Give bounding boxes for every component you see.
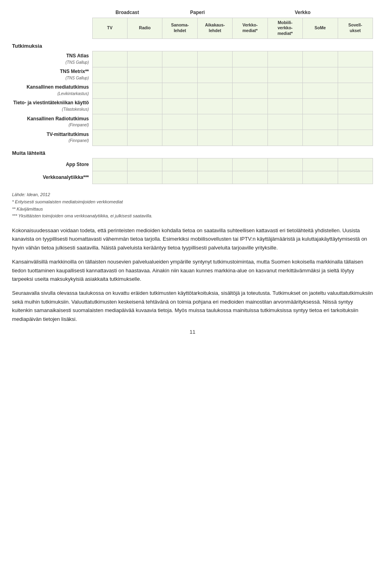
row-label-tns-metrix: TNS Metrix** (TNS Gallup)	[12, 67, 92, 83]
cell-some	[303, 114, 338, 130]
col-verkko: Verkko-mediat*	[233, 18, 267, 39]
cell-sovellukset	[338, 98, 373, 114]
cell-sanoma	[162, 98, 197, 114]
cell-radio	[127, 114, 162, 130]
column-label-row: TV Radio Sanoma-lehdet Aikakaus-lehdet V…	[12, 18, 373, 39]
cell-tv	[92, 67, 127, 83]
row-main-label: TNS Atlas	[66, 53, 89, 59]
table-row: TNS Atlas (TNS Gallup)	[12, 51, 373, 67]
row-main-label: Tieto- ja viestintätekniikan käyttö	[13, 100, 89, 105]
cell-aikakaus	[197, 171, 232, 184]
cell-mobiili	[267, 158, 302, 171]
cell-aikakaus	[197, 130, 232, 146]
cell-radio	[127, 130, 162, 146]
paperi-header: Paperi	[162, 8, 233, 18]
cell-some	[303, 98, 338, 114]
cell-mobiili	[267, 114, 302, 130]
row-label-radio: Kansallinen Radiotutkimus (Finnpanel)	[12, 114, 92, 130]
row-main-label: TV-mittaritutkimus	[47, 132, 89, 137]
body-text-block: Kokonaisuudessaan voidaan todeta, että p…	[12, 226, 373, 323]
col-mobiili: Mobiili-verkko-mediat*	[267, 18, 302, 39]
empty-corner	[12, 8, 92, 18]
table-row: TNS Metrix** (TNS Gallup)	[12, 67, 373, 83]
row-label-appstore: App Store	[12, 158, 92, 171]
col-radio: Radio	[127, 18, 162, 39]
row-sub-label: (Finnpanel)	[69, 123, 89, 127]
page-number: 11	[12, 329, 373, 335]
section2-label: Muita lähteitä	[12, 146, 373, 158]
row-main-label: App Store	[66, 162, 89, 167]
cell-verkko	[233, 158, 267, 171]
row-label-verkkoanalytiikka: Verkkoanalytiikka***	[12, 171, 92, 184]
col-some: SoMe	[303, 18, 338, 39]
cell-some	[303, 83, 338, 98]
cell-sanoma	[162, 67, 197, 83]
cell-some	[303, 67, 338, 83]
footnote-line-3: ** Kävijämittaus	[12, 206, 373, 213]
cell-aikakaus	[197, 83, 232, 98]
paragraph-3: Seuraavalla sivulla olevassa taulukossa …	[12, 289, 373, 323]
row-sub-label: (Finnpanel)	[69, 138, 89, 143]
row-sub-label: (Tilastokeskus)	[62, 107, 89, 112]
paragraph-1: Kokonaisuudessaan voidaan todeta, että p…	[12, 226, 373, 252]
cell-verkko	[233, 171, 267, 184]
table-row: Tieto- ja viestintätekniikan käyttö (Til…	[12, 98, 373, 114]
cell-tv	[92, 114, 127, 130]
cell-tv	[92, 171, 127, 184]
row-main-label: TNS Metrix**	[60, 69, 89, 74]
cell-mobiili	[267, 67, 302, 83]
broadcast-header: Broadcast	[92, 8, 162, 18]
footnote-line-1: Lähde: Idean, 2012	[12, 191, 373, 199]
cell-verkko	[233, 130, 267, 146]
cell-radio	[127, 51, 162, 67]
cell-some	[303, 171, 338, 184]
cell-mobiili	[267, 171, 302, 184]
col-aikakaus: Aikakaus-lehdet	[197, 18, 232, 39]
cell-sanoma	[162, 51, 197, 67]
row-sub-label: (TNS Gallup)	[65, 76, 89, 80]
research-table: Broadcast Paperi Verkko TV Radio Sanoma-…	[12, 8, 373, 184]
cell-sovellukset	[338, 67, 373, 83]
cell-sovellukset	[338, 171, 373, 184]
cell-aikakaus	[197, 51, 232, 67]
cell-verkko	[233, 114, 267, 130]
table-row: TV-mittaritutkimus (Finnpanel)	[12, 130, 373, 146]
cell-mobiili	[267, 130, 302, 146]
cell-aikakaus	[197, 98, 232, 114]
section1-header-row: Tutkimuksia	[12, 39, 373, 51]
cell-aikakaus	[197, 114, 232, 130]
cell-sanoma	[162, 171, 197, 184]
row-label-kansallinen-media: Kansallinen mediatutkimus (Levikintarkas…	[12, 83, 92, 98]
cell-aikakaus	[197, 158, 232, 171]
cell-mobiili	[267, 98, 302, 114]
row-main-label: Kansallinen Radiotutkimus	[27, 116, 89, 122]
table-row: Kansallinen Radiotutkimus (Finnpanel)	[12, 114, 373, 130]
table-row: App Store	[12, 158, 373, 171]
cell-verkko	[233, 51, 267, 67]
col-tv: TV	[92, 18, 127, 39]
cell-some	[303, 130, 338, 146]
section1-label: Tutkimuksia	[12, 39, 373, 51]
row-label-tieto: Tieto- ja viestintätekniikan käyttö (Til…	[12, 98, 92, 114]
cell-sovellukset	[338, 114, 373, 130]
row-sub-label: (TNS Gallup)	[65, 60, 89, 65]
footnote-block: Lähde: Idean, 2012 * Erityisesti suomala…	[12, 191, 373, 219]
cell-some	[303, 51, 338, 67]
verkko-header: Verkko	[233, 8, 373, 18]
cell-radio	[127, 83, 162, 98]
category-header-row: Broadcast Paperi Verkko	[12, 8, 373, 18]
cell-sovellukset	[338, 130, 373, 146]
cell-sanoma	[162, 114, 197, 130]
row-main-label: Verkkoanalytiikka***	[43, 174, 89, 180]
cell-radio	[127, 98, 162, 114]
col-sovellukset: Sovell-ukset	[338, 18, 373, 39]
footnote-line-2: * Erityisesti suomalaisten mediatoimijoi…	[12, 199, 373, 206]
row-label-tns-atlas: TNS Atlas (TNS Gallup)	[12, 51, 92, 67]
cell-radio	[127, 171, 162, 184]
paragraph-2: Kansainvälisillä markkinoilla on tällais…	[12, 258, 373, 283]
cell-verkko	[233, 98, 267, 114]
cell-radio	[127, 67, 162, 83]
row-header-empty	[12, 18, 92, 39]
cell-mobiili	[267, 51, 302, 67]
table-row: Kansallinen mediatutkimus (Levikintarkas…	[12, 83, 373, 98]
